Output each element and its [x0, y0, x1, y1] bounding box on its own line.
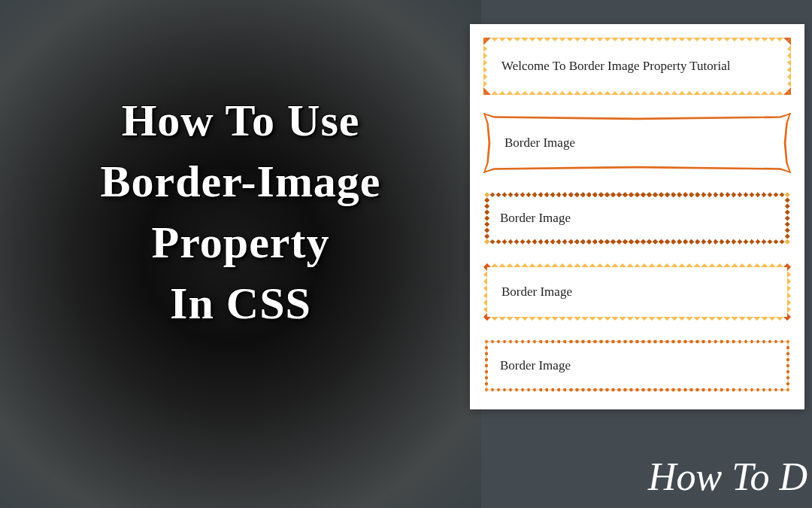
demo-panel: Welcome To Border Image Property Tutoria…	[470, 24, 804, 409]
hero-title: How To Use Border-Image Property In CSS	[0, 90, 481, 334]
box-label: Welcome To Border Image Property Tutoria…	[501, 59, 731, 73]
title-line-2: Border-Image	[0, 151, 481, 212]
box-label: Border Image	[504, 135, 575, 150]
title-line-1: How To Use	[0, 90, 481, 151]
box-label: Border Image	[500, 358, 571, 373]
title-line-4: In CSS	[0, 273, 481, 334]
box-label: Border Image	[501, 284, 572, 299]
border-image-box-round: Welcome To Border Image Property Tutoria…	[483, 38, 791, 95]
title-line-3: Property	[0, 212, 481, 273]
border-image-box-round-alt: Border Image	[483, 263, 791, 321]
border-image-box-dots: Border Image	[483, 339, 791, 393]
box-label: Border Image	[500, 211, 571, 225]
watermark-text: How To D	[648, 455, 807, 499]
border-image-box-stretch: Border Image	[483, 113, 791, 173]
border-image-box-space: Border Image	[483, 191, 791, 245]
